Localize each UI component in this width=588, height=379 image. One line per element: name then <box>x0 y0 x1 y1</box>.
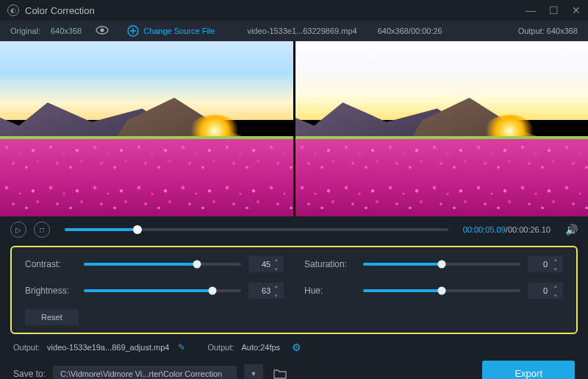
saturation-slider[interactable] <box>363 263 520 266</box>
window-title: Color Correction <box>25 5 95 16</box>
output-label: Output: <box>518 26 545 35</box>
stop-button[interactable]: □ <box>34 222 50 238</box>
hue-slider[interactable] <box>363 289 520 292</box>
total-time: 00:00:26.10 <box>508 225 551 234</box>
minimize-button[interactable]: — <box>526 4 536 16</box>
original-label: Original: <box>10 26 40 35</box>
save-row: Save to: C:\Vidmore\Vidmore Vi...rter\Co… <box>0 356 588 379</box>
contrast-input[interactable]: 45▴▾ <box>248 256 284 272</box>
change-source-button[interactable]: Change Source File <box>127 25 215 37</box>
hue-input[interactable]: 0▴▾ <box>528 283 563 299</box>
playback-bar: ▷ □ 00:00:05.09/00:00:26.10 🔊 <box>0 216 588 243</box>
output-file-label: Output: <box>13 343 40 352</box>
brightness-label: Brightness: <box>25 286 76 296</box>
output-settings-row: Output: video-1533e19a...869_adjust.mp4 … <box>0 339 588 356</box>
source-dims-duration: 640x368/00:00:26 <box>378 26 442 35</box>
saturation-label: Saturation: <box>304 259 356 269</box>
save-to-label: Save to: <box>13 369 46 379</box>
svg-point-1 <box>101 29 104 32</box>
output-format-label: Output: <box>207 343 234 352</box>
spin-down-icon[interactable]: ▾ <box>275 266 282 272</box>
settings-icon[interactable]: ⚙ <box>292 341 301 353</box>
close-button[interactable]: ✕ <box>572 4 581 16</box>
app-logo-icon: ◐ <box>7 4 19 16</box>
seek-thumb[interactable] <box>133 225 142 234</box>
play-button[interactable]: ▷ <box>10 222 26 238</box>
edit-output-icon[interactable]: ✎ <box>178 342 185 353</box>
preview-toggle-icon[interactable] <box>95 25 110 37</box>
brightness-slider[interactable] <box>84 289 241 292</box>
reset-button[interactable]: Reset <box>25 309 79 325</box>
brightness-input[interactable]: 63▴▾ <box>248 283 284 299</box>
output-format-value: Auto;24fps <box>242 343 281 352</box>
hue-label: Hue: <box>304 286 356 296</box>
preview-output <box>295 41 589 216</box>
original-dims: 640x368 <box>51 26 82 35</box>
contrast-slider[interactable] <box>84 263 241 266</box>
output-dims: 640x368 <box>547 26 578 35</box>
maximize-button[interactable]: ☐ <box>549 4 559 16</box>
volume-icon[interactable]: 🔊 <box>565 224 578 235</box>
browse-folder-icon[interactable] <box>270 364 290 380</box>
preview-original <box>0 41 293 216</box>
spin-up-icon[interactable]: ▴ <box>275 257 282 262</box>
save-path-field[interactable]: C:\Vidmore\Vidmore Vi...rter\Color Corre… <box>53 366 237 380</box>
titlebar: ◐ Color Correction — ☐ ✕ <box>0 0 588 21</box>
saturation-input[interactable]: 0▴▾ <box>528 256 563 272</box>
plus-circle-icon <box>127 25 139 37</box>
preview-area <box>0 41 588 216</box>
contrast-label: Contrast: <box>25 259 76 269</box>
output-file-value: video-1533e19a...869_adjust.mp4 <box>47 343 169 352</box>
info-bar: Original: 640x368 Change Source File vid… <box>0 21 588 41</box>
source-filename: video-1533e1...63229869.mp4 <box>247 26 356 35</box>
seek-slider[interactable] <box>65 228 448 231</box>
export-button[interactable]: Export <box>482 361 575 379</box>
current-time: 00:00:05.09 <box>463 225 506 234</box>
color-correction-panel: Contrast: 45▴▾ Saturation: 0▴▾ Brightnes… <box>10 246 578 334</box>
path-dropdown-button[interactable]: ▼ <box>244 364 263 380</box>
time-display: 00:00:05.09/00:00:26.10 <box>463 225 551 234</box>
